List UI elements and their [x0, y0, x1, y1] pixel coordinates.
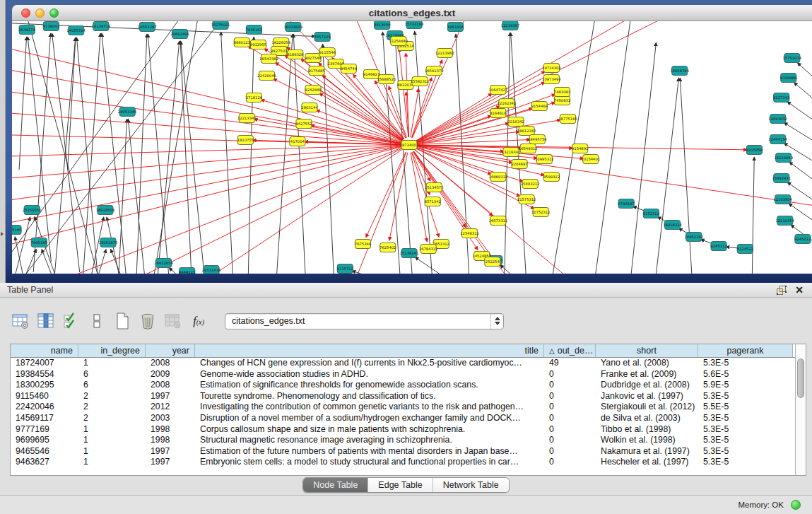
- close-panel-icon[interactable]: ✕: [795, 284, 804, 296]
- graph-node[interactable]: 15751074: [783, 54, 802, 63]
- network-canvas[interactable]: 1872400726391749136041140557241613971910…: [12, 21, 812, 274]
- graph-node[interactable]: 8454749: [341, 64, 357, 74]
- graph-node[interactable]: 16573312: [489, 216, 508, 226]
- table-row[interactable]: 969969511998Structural magnetic resonanc…: [11, 435, 795, 446]
- graph-node[interactable]: 15493212: [521, 180, 540, 189]
- table-selector-dropdown[interactable]: citations_edges.txt: [225, 313, 504, 329]
- graph-node[interactable]: 8427552: [295, 119, 312, 129]
- graph-node[interactable]: 19734303: [542, 64, 561, 73]
- memory-status-icon[interactable]: [791, 500, 801, 510]
- graph-node[interactable]: 12210354: [775, 216, 794, 226]
- graph-node[interactable]: 10995312: [535, 155, 554, 164]
- graph-node[interactable]: 16869312: [489, 173, 508, 182]
- graph-node[interactable]: 28053346: [118, 107, 137, 117]
- table-row[interactable]: 977716911998Corpus callosum shape and si…: [11, 424, 795, 436]
- graph-node[interactable]: 26922659: [154, 259, 173, 268]
- graph-node[interactable]: 16033809: [284, 23, 303, 32]
- float-panel-icon[interactable]: [777, 286, 787, 295]
- graph-node[interactable]: 16561370: [425, 66, 444, 76]
- graph-node[interactable]: 15688520: [377, 75, 396, 84]
- graph-node[interactable]: 8449122: [179, 268, 195, 274]
- graph-node[interactable]: 9135722: [337, 264, 353, 274]
- graph-node[interactable]: 15582312: [411, 77, 430, 86]
- graph-node[interactable]: 16549312: [519, 144, 538, 153]
- graph-node[interactable]: 8660123: [234, 38, 250, 47]
- graph-node[interactable]: 417004: [290, 137, 305, 146]
- table-row[interactable]: 1456911722003Disruption of a novel membe…: [11, 413, 795, 424]
- graph-node[interactable]: 18918508: [96, 206, 115, 215]
- graph-node[interactable]: 9245312: [710, 242, 726, 251]
- graph-node[interactable]: 9329966: [780, 74, 796, 83]
- tab-network-table[interactable]: Network Table: [433, 478, 509, 492]
- tab-node-table[interactable]: Node Table: [303, 478, 368, 492]
- graph-node[interactable]: 7905185: [31, 238, 47, 247]
- window-titlebar[interactable]: citations_edges.txt: [12, 5, 812, 21]
- graph-node[interactable]: 8164616: [490, 109, 506, 118]
- graph-node[interactable]: 12213963: [435, 49, 454, 58]
- graph-node[interactable]: 2216342: [507, 117, 524, 127]
- graph-node[interactable]: 13216342: [502, 148, 521, 157]
- table-row[interactable]: 946362711997Embryonic stem cells: a mode…: [11, 457, 795, 468]
- graph-node[interactable]: 12444154: [768, 135, 787, 144]
- graph-node[interactable]: 16543382: [259, 54, 278, 64]
- graph-node[interactable]: 11254840: [389, 37, 408, 46]
- graph-node[interactable]: 10553287: [138, 23, 157, 32]
- column-header-pagerank[interactable]: pagerank: [698, 344, 793, 357]
- graph-node[interactable]: 8124522: [737, 245, 753, 254]
- graph-node[interactable]: 8912955: [250, 40, 266, 49]
- graph-node[interactable]: 22420046: [257, 71, 276, 81]
- graph-node[interactable]: 25206050: [23, 206, 42, 215]
- graph-node[interactable]: 10647427: [489, 86, 508, 95]
- function-builder-icon[interactable]: f(x): [188, 310, 209, 332]
- column-header-title[interactable]: title: [195, 344, 544, 357]
- graph-node[interactable]: 7625402: [379, 243, 396, 252]
- new-column-icon[interactable]: [112, 310, 133, 332]
- graph-node[interactable]: 252254: [485, 257, 500, 267]
- graph-node[interactable]: 12162342: [498, 99, 517, 108]
- graph-node[interactable]: 8186328: [287, 50, 303, 59]
- row-height-icon[interactable]: [86, 310, 107, 332]
- graph-node[interactable]: 9827548: [305, 54, 321, 63]
- collapse-arrow-icon[interactable]: [1, 232, 4, 236]
- graph-node[interactable]: 15276021: [211, 21, 230, 30]
- graph-node[interactable]: 9115546: [319, 48, 336, 57]
- graph-node[interactable]: 15692931: [772, 174, 791, 183]
- column-header-out_degree[interactable]: △out_de…: [544, 344, 596, 357]
- graph-node[interactable]: 14055724: [66, 26, 86, 35]
- graph-node[interactable]: 8599312: [543, 173, 560, 182]
- graph-node[interactable]: 9136041: [43, 22, 59, 31]
- graph-node[interactable]: 9245012: [794, 235, 811, 244]
- graph-node[interactable]: 12548312: [460, 229, 479, 238]
- graph-node[interactable]: 9175685: [308, 66, 324, 76]
- table-options-icon[interactable]: [10, 310, 31, 332]
- graph-node[interactable]: 7675349: [355, 240, 371, 249]
- graph-node[interactable]: 10752312: [531, 208, 551, 217]
- tab-edge-table[interactable]: Edge Table: [368, 478, 433, 492]
- graph-node[interactable]: 20531436: [202, 266, 221, 274]
- select-all-icon[interactable]: [61, 310, 82, 332]
- graph-node[interactable]: 15136141: [400, 249, 419, 258]
- graph-node[interactable]: 16784312: [419, 245, 438, 254]
- graph-node[interactable]: 7646161: [246, 25, 262, 35]
- graph-node[interactable]: 12213343: [237, 114, 257, 123]
- delete-column-icon[interactable]: [137, 310, 158, 332]
- graph-node[interactable]: 12093832: [768, 115, 787, 124]
- scrollbar-thumb[interactable]: [797, 358, 804, 398]
- graph-node[interactable]: 9152312: [643, 209, 659, 218]
- graph-node[interactable]: 2803144: [301, 103, 318, 112]
- show-columns-icon[interactable]: [35, 310, 57, 332]
- graph-node[interactable]: 11219397: [501, 21, 520, 30]
- graph-node[interactable]: 8215958: [746, 146, 763, 155]
- graph-node[interactable]: 2204697: [511, 160, 527, 169]
- graph-node[interactable]: 8813054: [374, 21, 391, 30]
- table-row[interactable]: 1872400712008Changes of HCN gene express…: [11, 358, 795, 369]
- graph-node[interactable]: 7857224: [314, 33, 331, 42]
- graph-node[interactable]: 11575312: [517, 195, 536, 204]
- graph-node[interactable]: 16648784: [670, 66, 689, 76]
- graph-node[interactable]: 2718126: [246, 93, 262, 103]
- vertical-scrollbar[interactable]: [795, 344, 806, 475]
- graph-node[interactable]: 1863304: [447, 23, 464, 32]
- table-row[interactable]: 911546021997Tourette syndrome. Phenomeno…: [11, 391, 795, 402]
- column-header-year[interactable]: year: [146, 344, 195, 357]
- table-row[interactable]: 946554611997Estimation of the future num…: [11, 446, 795, 457]
